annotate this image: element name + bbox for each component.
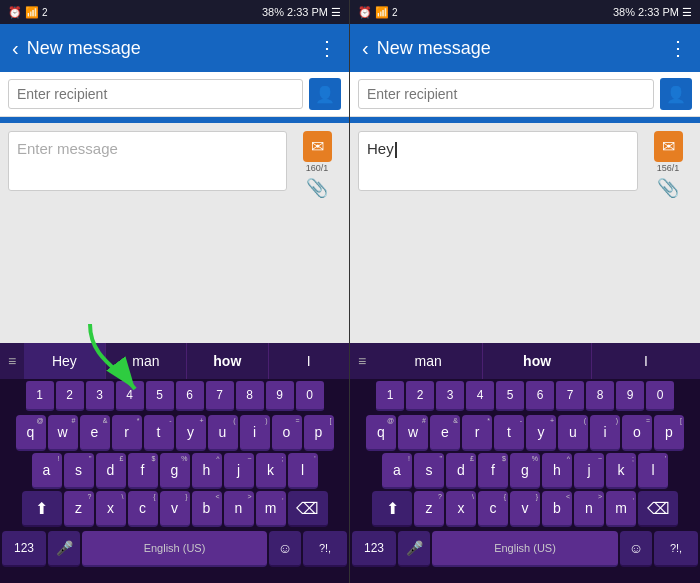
mic-key-right[interactable]: 🎤 [398,531,430,567]
key-9-right[interactable]: 9 [616,381,644,411]
suggestion-i-right[interactable]: I [592,343,700,379]
more-button-right[interactable]: ⋮ [668,36,688,60]
key-5-right[interactable]: 5 [496,381,524,411]
back-button-right[interactable]: ‹ [362,37,369,60]
key-x-right[interactable]: \x [446,491,476,527]
key-j-right[interactable]: ~j [574,453,604,489]
kb-menu-icon-left[interactable]: ≡ [0,353,24,369]
message-input-left[interactable]: Enter message [8,131,287,191]
message-input-right[interactable]: Hey [358,131,638,191]
key-o-right[interactable]: =o [622,415,652,451]
special-key-left[interactable]: ?!, [303,531,347,567]
space-key-left[interactable]: English (US) [82,531,267,567]
contact-picker-left[interactable]: 👤 [309,78,341,110]
key-f-left[interactable]: $f [128,453,158,489]
contact-picker-right[interactable]: 👤 [660,78,692,110]
emoji-key-left[interactable]: ☺ [269,531,301,567]
key-9-left[interactable]: 9 [266,381,294,411]
key-v-left[interactable]: }v [160,491,190,527]
suggestion-man-left[interactable]: man [106,343,187,379]
key-w-right[interactable]: #w [398,415,428,451]
key-q-right[interactable]: @q [366,415,396,451]
key-y-left[interactable]: +y [176,415,206,451]
suggestion-how-right[interactable]: how [483,343,592,379]
key-g-right[interactable]: %g [510,453,540,489]
key-1-left[interactable]: 1 [26,381,54,411]
key-o-left[interactable]: =o [272,415,302,451]
suggestion-hey[interactable]: Hey [24,343,105,379]
key-h-left[interactable]: ^h [192,453,222,489]
special-key-right[interactable]: ?!, [654,531,698,567]
key-c-right[interactable]: {c [478,491,508,527]
key-p-right[interactable]: [p [654,415,684,451]
key-l-left[interactable]: 'l [288,453,318,489]
suggestion-how-left[interactable]: how [187,343,268,379]
key-c-left[interactable]: {c [128,491,158,527]
key-p-left[interactable]: [p [304,415,334,451]
key-l-right[interactable]: 'l [638,453,668,489]
key-x-left[interactable]: \x [96,491,126,527]
key-f-right[interactable]: $f [478,453,508,489]
key-g-left[interactable]: %g [160,453,190,489]
key-k-left[interactable]: ;k [256,453,286,489]
key-s-right[interactable]: "s [414,453,444,489]
key-i-left[interactable]: )i [240,415,270,451]
key-j-left[interactable]: ~j [224,453,254,489]
key-7-right[interactable]: 7 [556,381,584,411]
key-k-right[interactable]: ;k [606,453,636,489]
key-3-left[interactable]: 3 [86,381,114,411]
key-7-left[interactable]: 7 [206,381,234,411]
key-b-left[interactable]: <b [192,491,222,527]
key-m-right[interactable]: ‚m [606,491,636,527]
key-z-left[interactable]: ?z [64,491,94,527]
key-8-right[interactable]: 8 [586,381,614,411]
key-2-left[interactable]: 2 [56,381,84,411]
key-u-left[interactable]: (u [208,415,238,451]
key-m-left[interactable]: ‚m [256,491,286,527]
key-0-left[interactable]: 0 [296,381,324,411]
attach-icon-right[interactable]: 📎 [657,177,679,199]
back-button-left[interactable]: ‹ [12,37,19,60]
numbers-key-right[interactable]: 123 [352,531,396,567]
key-h-right[interactable]: ^h [542,453,572,489]
shift-key-left[interactable]: ⬆ [22,491,62,527]
suggestion-i-left[interactable]: I [269,343,349,379]
key-3-right[interactable]: 3 [436,381,464,411]
shift-key-right[interactable]: ⬆ [372,491,412,527]
suggestion-man-right[interactable]: man [374,343,483,379]
key-b-right[interactable]: <b [542,491,572,527]
key-i-right[interactable]: )i [590,415,620,451]
numbers-key-left[interactable]: 123 [2,531,46,567]
key-0-right[interactable]: 0 [646,381,674,411]
key-6-right[interactable]: 6 [526,381,554,411]
key-4-left[interactable]: 4 [116,381,144,411]
key-a-left[interactable]: !a [32,453,62,489]
key-v-right[interactable]: }v [510,491,540,527]
key-4-right[interactable]: 4 [466,381,494,411]
key-s-left[interactable]: "s [64,453,94,489]
mic-key-left[interactable]: 🎤 [48,531,80,567]
key-t-right[interactable]: -t [494,415,524,451]
key-z-right[interactable]: ?z [414,491,444,527]
kb-menu-icon-right[interactable]: ≡ [350,353,374,369]
key-t-left[interactable]: -t [144,415,174,451]
key-e-right[interactable]: &e [430,415,460,451]
key-e-left[interactable]: &e [80,415,110,451]
more-button-left[interactable]: ⋮ [317,36,337,60]
emoji-key-right[interactable]: ☺ [620,531,652,567]
key-n-right[interactable]: >n [574,491,604,527]
key-8-left[interactable]: 8 [236,381,264,411]
backspace-key-left[interactable]: ⌫ [288,491,328,527]
key-y-right[interactable]: +y [526,415,556,451]
key-a-right[interactable]: !a [382,453,412,489]
recipient-input-left[interactable] [8,79,303,109]
sms-send-button-right[interactable]: ✉ [654,131,683,162]
key-q-left[interactable]: @q [16,415,46,451]
key-n-left[interactable]: >n [224,491,254,527]
backspace-key-right[interactable]: ⌫ [638,491,678,527]
key-w-left[interactable]: #w [48,415,78,451]
key-d-right[interactable]: £d [446,453,476,489]
key-r-right[interactable]: *r [462,415,492,451]
key-u-right[interactable]: (u [558,415,588,451]
recipient-input-right[interactable] [358,79,654,109]
